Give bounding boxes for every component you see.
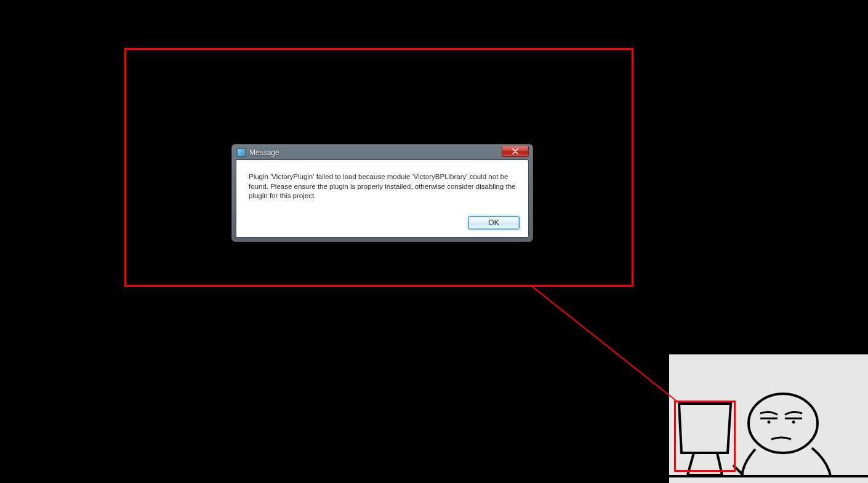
dialog-message-text: Plugin 'VictoryPlugin' failed to load be…	[236, 160, 528, 212]
dialog-button-row: OK	[236, 212, 528, 237]
monitor-highlight-box	[674, 401, 736, 472]
dialog-titlebar[interactable]: Message	[236, 148, 529, 159]
dialog-client-area: Plugin 'VictoryPlugin' failed to load be…	[236, 159, 529, 238]
svg-point-3	[768, 421, 771, 424]
close-button[interactable]	[502, 146, 529, 157]
app-icon	[237, 148, 246, 157]
ok-button[interactable]: OK	[468, 216, 520, 230]
svg-line-5	[532, 287, 679, 403]
svg-point-4	[792, 421, 795, 424]
message-dialog: Message Plugin 'VictoryPlugin' failed to…	[231, 144, 533, 242]
close-icon	[512, 148, 518, 154]
svg-point-2	[749, 394, 818, 453]
dialog-title: Message	[249, 148, 279, 157]
stage: Message Plugin 'VictoryPlugin' failed to…	[0, 0, 868, 483]
